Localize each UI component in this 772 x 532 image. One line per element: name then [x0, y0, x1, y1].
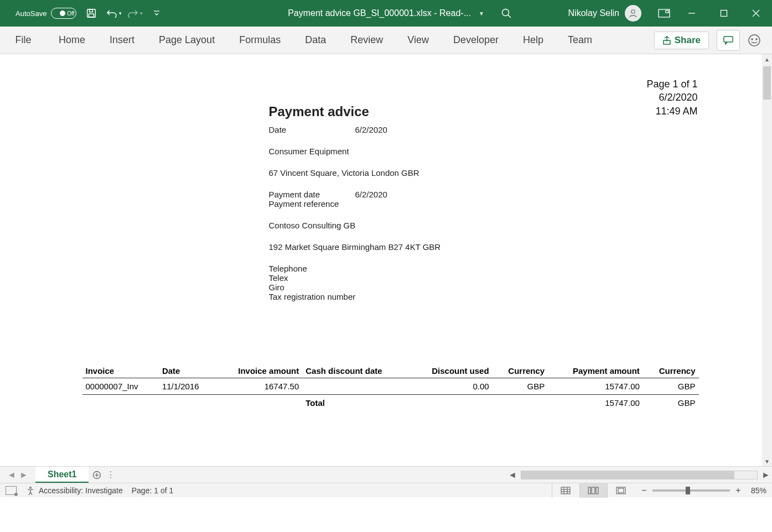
- sheet-tab-sheet1[interactable]: Sheet1: [35, 467, 89, 483]
- tab-team[interactable]: Team: [556, 27, 604, 54]
- td-currency-1: GBP: [493, 378, 548, 395]
- address-2: 192 Market Square Birmingham B27 4KT GBR: [269, 242, 612, 252]
- svg-rect-27: [588, 487, 590, 494]
- zoom-control: − + 85%: [640, 486, 766, 496]
- th-invoice-amount: Invoice amount: [215, 364, 303, 378]
- scroll-down-icon[interactable]: ▼: [762, 456, 772, 466]
- autosave-toggle[interactable]: Off: [51, 8, 76, 19]
- feedback-smiley-icon[interactable]: [748, 34, 761, 47]
- company-1: Consumer Equipment: [269, 147, 612, 156]
- td-payment-amount: 15747.00: [548, 378, 643, 395]
- redo-button[interactable]: ▾: [127, 9, 143, 18]
- svg-point-16: [752, 39, 753, 40]
- telex-label: Telex: [269, 273, 612, 283]
- svg-point-15: [749, 35, 760, 46]
- add-sheet-button[interactable]: [89, 467, 105, 483]
- svg-point-6: [631, 10, 635, 13]
- payment-reference-label: Payment reference: [269, 199, 612, 208]
- sheet-tab-options-icon[interactable]: ⋮: [105, 467, 116, 483]
- total-payment-amount: 15747.00: [548, 395, 643, 411]
- accessibility-status[interactable]: Accessibility: Investigate: [39, 486, 123, 495]
- tab-home[interactable]: Home: [46, 27, 97, 54]
- td-cash-discount-date: [302, 378, 410, 395]
- window-titlebar: AutoSave Off ▾ ▾ Payment advice GB_SI_00…: [0, 0, 772, 27]
- tab-review[interactable]: Review: [338, 27, 395, 54]
- svg-rect-1: [89, 14, 94, 17]
- tab-data[interactable]: Data: [293, 27, 338, 54]
- svg-point-4: [502, 9, 509, 16]
- autosave-state: Off: [67, 11, 74, 17]
- comments-button[interactable]: [717, 30, 740, 51]
- accessibility-icon: [25, 486, 35, 496]
- giro-label: Giro: [269, 283, 612, 292]
- sheet-nav-prev-icon[interactable]: ◄: [6, 470, 18, 480]
- svg-rect-31: [618, 488, 624, 493]
- user-name: Nikolay Selin: [568, 8, 619, 18]
- page-indicator-status: Page: 1 of 1: [132, 486, 174, 495]
- zoom-slider[interactable]: [652, 489, 730, 492]
- scroll-thumb[interactable]: [763, 66, 771, 100]
- maximize-button[interactable]: [708, 0, 740, 27]
- share-label: Share: [675, 35, 701, 46]
- svg-point-17: [756, 39, 757, 40]
- tab-file[interactable]: File: [0, 27, 46, 54]
- date-label: Date: [269, 125, 355, 134]
- hscroll-left-icon[interactable]: ◄: [506, 469, 519, 481]
- chevron-down-icon: ▾: [140, 11, 143, 16]
- zoom-percentage[interactable]: 85%: [751, 486, 766, 495]
- zoom-in-button[interactable]: +: [734, 486, 742, 496]
- minimize-button[interactable]: [676, 0, 708, 27]
- macro-record-icon[interactable]: [6, 486, 17, 495]
- chevron-down-icon: ▾: [119, 11, 122, 16]
- svg-rect-29: [596, 487, 598, 494]
- total-label: Total: [302, 395, 410, 411]
- svg-rect-10: [721, 11, 727, 17]
- scroll-up-icon[interactable]: ▲: [762, 54, 772, 64]
- invoice-table: Invoice Date Invoice amount Cash discoun…: [82, 364, 699, 411]
- tab-page-layout[interactable]: Page Layout: [147, 27, 227, 54]
- workbook-area[interactable]: Page 1 of 1 6/2/2020 11:49 AM Payment ad…: [0, 54, 772, 466]
- hscroll-thumb[interactable]: [521, 471, 734, 479]
- tab-view[interactable]: View: [395, 27, 441, 54]
- user-avatar-icon[interactable]: [625, 5, 641, 22]
- document-title: Payment advice GB_SI_000001.xlsx - Read-…: [288, 8, 471, 18]
- company-2: Contoso Consulting GB: [269, 221, 612, 230]
- table-row: 00000007_Inv 11/1/2016 16747.50 0.00 GBP…: [82, 378, 699, 395]
- view-page-layout-button[interactable]: [579, 483, 607, 498]
- td-invoice-amount: 16747.50: [215, 378, 303, 395]
- autosave-label: AutoSave: [15, 9, 46, 18]
- page-time: 11:49 AM: [646, 105, 697, 118]
- tab-formulas[interactable]: Formulas: [227, 27, 293, 54]
- close-button[interactable]: [740, 0, 772, 27]
- ribbon-display-options-icon[interactable]: [658, 9, 670, 18]
- th-discount-used: Discount used: [410, 364, 493, 378]
- zoom-thumb[interactable]: [686, 487, 690, 494]
- table-header-row: Invoice Date Invoice amount Cash discoun…: [82, 364, 699, 378]
- th-invoice: Invoice: [82, 364, 159, 378]
- customize-qat-icon[interactable]: [153, 9, 160, 17]
- svg-rect-2: [90, 9, 93, 12]
- payment-date-label: Payment date: [269, 190, 355, 199]
- share-button[interactable]: Share: [654, 32, 709, 49]
- sheet-nav-next-icon[interactable]: ►: [18, 470, 30, 480]
- tab-developer[interactable]: Developer: [441, 27, 511, 54]
- hscroll-right-icon[interactable]: ►: [760, 469, 772, 481]
- th-currency-1: Currency: [493, 364, 548, 378]
- vertical-scrollbar[interactable]: ▲ ▼: [762, 54, 772, 466]
- sheet-tab-bar: ◄ ► Sheet1 ⋮ ◄ ►: [0, 466, 772, 483]
- status-bar: Accessibility: Investigate Page: 1 of 1 …: [0, 483, 772, 497]
- horizontal-scrollbar[interactable]: [521, 471, 758, 479]
- undo-button[interactable]: ▾: [106, 9, 122, 18]
- tab-insert[interactable]: Insert: [97, 27, 147, 54]
- title-dropdown-icon[interactable]: ▼: [479, 11, 484, 17]
- ribbon: File Home Insert Page Layout Formulas Da…: [0, 27, 772, 54]
- search-icon[interactable]: [501, 8, 512, 19]
- telephone-label: Telephone: [269, 264, 612, 273]
- th-currency-2: Currency: [643, 364, 699, 378]
- view-page-break-button[interactable]: [607, 483, 635, 498]
- view-normal-button[interactable]: [552, 483, 579, 498]
- tab-help[interactable]: Help: [511, 27, 556, 54]
- zoom-out-button[interactable]: −: [640, 486, 648, 496]
- svg-rect-14: [724, 36, 733, 42]
- save-icon[interactable]: [86, 8, 96, 18]
